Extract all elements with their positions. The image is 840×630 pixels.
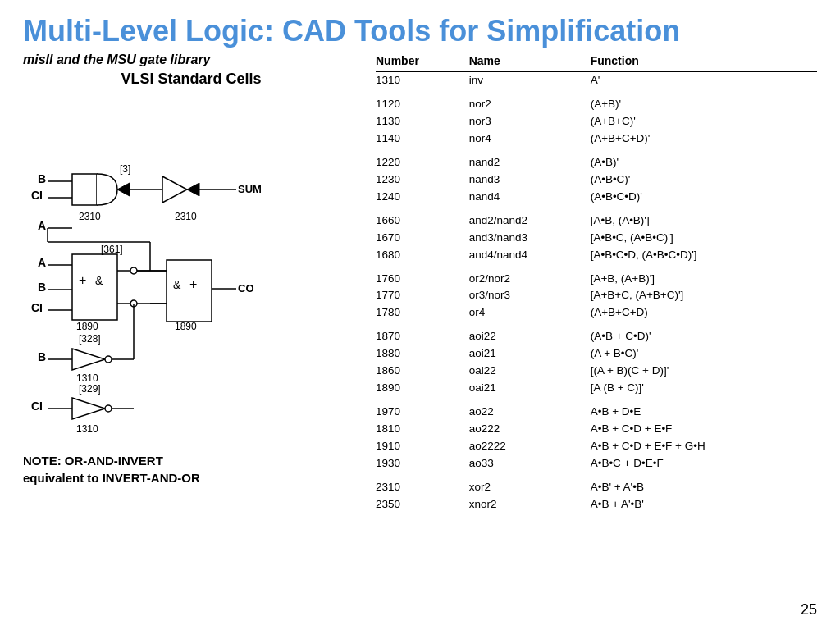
cell-function: A' — [591, 72, 817, 89]
cell-number: 1680 — [376, 247, 469, 264]
cell-number: 2350 — [376, 496, 469, 514]
table-row: 2310 xor2 A•B' + A'•B — [376, 479, 817, 496]
cell-number: 1810 — [376, 421, 469, 438]
svg-text:CI: CI — [31, 189, 43, 202]
svg-marker-5 — [117, 183, 130, 196]
cell-name: aoi21 — [469, 345, 591, 363]
svg-text:A: A — [38, 219, 46, 232]
svg-point-52 — [105, 405, 112, 412]
table-row: 2350 xnor2 A•B + A'•B' — [376, 496, 817, 514]
cell-function: [A+B, (A+B)'] — [591, 271, 817, 288]
cell-function: A•B + D•E — [591, 404, 817, 421]
svg-text:1890: 1890 — [175, 321, 197, 332]
cell-number: 1930 — [376, 455, 469, 472]
cell-number: 1860 — [376, 363, 469, 380]
svg-text:2310: 2310 — [175, 211, 197, 222]
cell-function: [A•B•C•D, (A•B•C•D)'] — [591, 247, 817, 264]
cell-name: xor2 — [469, 479, 591, 496]
table-row: 1140 nor4 (A+B+C+D)' — [376, 130, 817, 148]
subtitle: misll and the MSU gate library — [23, 52, 359, 67]
svg-marker-9 — [187, 183, 199, 196]
svg-text:A: A — [38, 256, 46, 269]
table-row: 1240 nand4 (A•B•C•D)' — [376, 189, 817, 206]
table-spacer-row — [376, 472, 817, 479]
circuit-diagram: B CI [3] — [23, 94, 343, 447]
cell-name: nand3 — [469, 171, 591, 189]
svg-marker-51 — [72, 398, 105, 419]
cell-function: [A•B, (A•B)'] — [591, 212, 817, 230]
table-row: 1870 aoi22 (A•B + C•D)' — [376, 328, 817, 345]
svg-rect-4 — [72, 174, 97, 205]
table-spacer-row — [376, 264, 817, 271]
cell-function: (A+B)' — [591, 96, 817, 113]
cell-function: [(A + B)(C + D)]' — [591, 363, 817, 380]
svg-text:CI: CI — [31, 301, 43, 314]
svg-text:+: + — [79, 273, 86, 287]
vlsi-title: VLSI Standard Cells — [23, 71, 359, 88]
cell-name: nand4 — [469, 189, 591, 206]
col-header-function: Function — [591, 52, 817, 72]
table-row: 1970 ao22 A•B + D•E — [376, 404, 817, 421]
svg-text:+: + — [189, 277, 197, 291]
svg-text:CI: CI — [31, 399, 43, 413]
cell-function: (A+B+C+D)' — [591, 130, 817, 148]
gate-table: Number Name Function 1310 inv A' 1120 no… — [376, 52, 817, 514]
table-row: 1230 nand3 (A•B•C)' — [376, 171, 817, 189]
cell-number: 1120 — [376, 96, 469, 113]
cell-name: or4 — [469, 304, 591, 322]
cell-number: 1880 — [376, 345, 469, 363]
cell-function: A•B•C + D•E•F — [591, 455, 817, 472]
svg-text:B: B — [38, 281, 46, 294]
cell-number: 1140 — [376, 130, 469, 148]
svg-text:[328]: [328] — [79, 333, 101, 345]
svg-text:B: B — [38, 172, 46, 185]
svg-text:[3]: [3] — [120, 163, 130, 175]
cell-number: 1780 — [376, 304, 469, 322]
svg-point-30 — [130, 267, 137, 274]
cell-name: nor4 — [469, 130, 591, 148]
page: Multi-Level Logic: CAD Tools for Simplif… — [0, 0, 840, 630]
cell-number: 1890 — [376, 380, 469, 397]
cell-function: A•B + C•D + E•F + G•H — [591, 438, 817, 455]
cell-name: ao22 — [469, 404, 591, 421]
table-row: 1780 or4 (A+B+C+D) — [376, 304, 817, 322]
cell-function: (A•B•C•D)' — [591, 189, 817, 206]
cell-function: (A•B + C•D)' — [591, 328, 817, 345]
cell-name: aoi22 — [469, 328, 591, 345]
note-text: NOTE: OR-AND-INVERT equivalent to INVERT… — [23, 452, 359, 486]
cell-number: 1130 — [376, 113, 469, 130]
cell-name: oai21 — [469, 380, 591, 397]
cell-name: nand2 — [469, 154, 591, 171]
svg-marker-8 — [162, 176, 187, 203]
svg-text:SUM: SUM — [238, 183, 262, 195]
svg-text:1890: 1890 — [76, 321, 98, 332]
page-title: Multi-Level Logic: CAD Tools for Simplif… — [23, 15, 817, 48]
svg-text:2310: 2310 — [79, 211, 101, 222]
left-panel: misll and the MSU gate library VLSI Stan… — [23, 52, 368, 514]
table-spacer-row — [376, 397, 817, 404]
cell-function: [A•B•C, (A•B•C)'] — [591, 230, 817, 247]
cell-function: (A•B)' — [591, 154, 817, 171]
cell-name: inv — [469, 72, 591, 89]
table-row: 1880 aoi21 (A + B•C)' — [376, 345, 817, 363]
table-row: 1860 oai22 [(A + B)(C + D)]' — [376, 363, 817, 380]
table-row: 1660 and2/nand2 [A•B, (A•B)'] — [376, 212, 817, 230]
table-spacer-row — [376, 148, 817, 154]
col-header-number: Number — [376, 52, 469, 72]
cell-function: (A+B+C)' — [591, 113, 817, 130]
svg-text:[329]: [329] — [79, 383, 101, 395]
right-panel: Number Name Function 1310 inv A' 1120 no… — [368, 52, 817, 514]
table-row: 1760 or2/nor2 [A+B, (A+B)'] — [376, 271, 817, 288]
cell-name: or3/nor3 — [469, 287, 591, 304]
page-number: 25 — [801, 601, 817, 619]
svg-text:B: B — [38, 350, 46, 363]
cell-number: 1670 — [376, 230, 469, 247]
cell-number: 1230 — [376, 171, 469, 189]
table-spacer-row — [376, 322, 817, 328]
cell-number: 1970 — [376, 404, 469, 421]
table-row: 1910 ao2222 A•B + C•D + E•F + G•H — [376, 438, 817, 455]
table-row: 1120 nor2 (A+B)' — [376, 96, 817, 113]
cell-function: A•B + C•D + E•F — [591, 421, 817, 438]
cell-name: oai22 — [469, 363, 591, 380]
cell-function: (A+B+C+D) — [591, 304, 817, 322]
